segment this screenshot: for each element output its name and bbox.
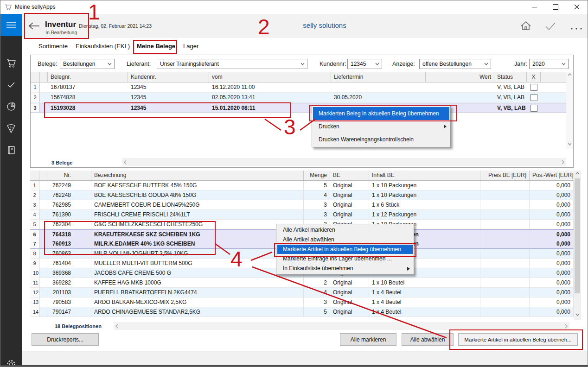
col-menge[interactable]: Menge (304, 171, 330, 181)
home-icon[interactable] (519, 19, 532, 32)
positions-vertical-scrollbar[interactable] (574, 171, 581, 320)
cell-menge: 5 (304, 181, 330, 190)
position-row[interactable]: 13790583ARDO BALKAN-MEXICO-MIX 2,5KG3Ori… (30, 297, 574, 307)
context-menu-item[interactable]: Alle Artikel markieren (276, 225, 414, 235)
cell-preis-be (480, 288, 530, 297)
confirm-check-icon[interactable] (544, 21, 557, 34)
col-nr[interactable]: Nr. (47, 171, 74, 181)
position-row[interactable]: 11369282KAFFEE HAG MKB 1000G2Original1 x… (30, 278, 574, 288)
uebernehmen-button[interactable]: Markierte Artikel in aktuellen Beleg übe… (458, 333, 578, 346)
page-datetime: Dienstag, 02. Februar 2021 14:23 (79, 23, 152, 29)
tab-sortimente[interactable]: Sortimente (38, 43, 68, 50)
minimize-button[interactable] (524, 0, 545, 14)
row-checkbox[interactable] (530, 94, 537, 101)
position-row[interactable]: 12201103PUERELL BRATKARTOFFELN 2KG44744O… (30, 288, 574, 297)
beleg-row[interactable]: 2156748281234502.05.2020 13:4130.05.2020… (31, 93, 567, 103)
belege-count: 3 Belege (51, 160, 72, 165)
row-number: 14 (30, 307, 39, 317)
position-row[interactable]: 1762249BOE KAESESCHE BUTTERK 45% 150G5Or… (30, 181, 574, 190)
alle-markieren-button[interactable]: Alle markieren (340, 333, 396, 346)
spacer (74, 307, 91, 317)
tab-meine-belege[interactable]: Meine Belege (137, 43, 175, 50)
scroll-left-icon[interactable] (115, 322, 119, 330)
col-liefertermin[interactable]: Liefertermin (331, 72, 426, 82)
anzeige-dropdown[interactable]: offene Bestellungen (419, 59, 491, 69)
row-number: 2 (31, 93, 40, 103)
row-number: 3 (30, 200, 39, 210)
position-row[interactable]: 14790147ARDO CHINAGEMUESE STANDAR2,5KG5O… (30, 307, 574, 317)
alle-abwaehlen-button[interactable]: Alle abwählen (402, 333, 454, 346)
col-pos-wert[interactable]: Pos.-Wert [EUR] (530, 171, 574, 181)
pie-chart-icon[interactable] (6, 101, 17, 112)
context-menu-item[interactable]: Drucken (312, 120, 450, 133)
spacer (74, 239, 91, 249)
maximize-button[interactable] (545, 0, 566, 14)
col-be[interactable]: BE (330, 171, 369, 181)
context-menu-item[interactable]: Markierte Artikel in aktuellen Beleg übe… (277, 245, 413, 254)
tab-einkaufslisten-ekl[interactable]: Einkaufslisten (EKL) (76, 43, 130, 50)
cell-preis-be (480, 297, 530, 307)
app-icon (4, 3, 12, 11)
marker (39, 307, 47, 317)
col-wert[interactable]: Wert (426, 72, 494, 82)
kundennr-dropdown[interactable]: 12345 (347, 59, 382, 69)
beleg-row[interactable]: 1167801371234516.12.2020 11:00V, VB, LAB (31, 82, 567, 93)
cell-inhalt-be: 1 x 12 Packungen (369, 210, 480, 220)
position-row[interactable]: 2762248BOE KAESESCHEIB GOUDA 48% 150G4Or… (30, 190, 574, 200)
cell-nr: 369368 (47, 268, 74, 278)
context-menu-item[interactable]: Markierten Beleg in aktuellen Beleg über… (313, 107, 449, 120)
cell-bezeichnung: ARDO BALKAN-MEXICO-MIX 2,5KG (91, 297, 304, 307)
lieferant-dropdown[interactable]: Unser Trainingslieferant (157, 59, 307, 69)
shopping-cart-icon[interactable] (6, 57, 17, 69)
pizza-slice-icon[interactable] (6, 123, 17, 134)
cell-x (527, 82, 541, 93)
positions-horizontal-scrollbar[interactable] (114, 322, 569, 330)
marker (39, 190, 47, 200)
cell-filler (541, 93, 567, 103)
col-kundennr[interactable]: Kundennr. (128, 72, 209, 82)
cell-be: Original (330, 181, 369, 190)
row-checkbox[interactable] (530, 84, 537, 91)
context-menu-item[interactable]: Drucken Wareneingangskontrollschein (312, 133, 450, 146)
book-icon[interactable] (6, 145, 17, 156)
jahr-dropdown[interactable]: 2020 (529, 59, 569, 69)
druckreports-button[interactable]: Druckreports... (32, 333, 99, 346)
col-x[interactable]: X (527, 72, 541, 82)
spacer (74, 181, 91, 190)
close-button[interactable] (566, 0, 588, 14)
tab-lager[interactable]: Lager (183, 43, 198, 50)
col-preis-be[interactable]: Preis BE [EUR] (480, 171, 530, 181)
marker (39, 278, 47, 288)
cell-pos-wert: 0,000 (530, 200, 574, 210)
scroll-right-icon[interactable] (561, 158, 565, 166)
cell-pos-wert: 0,000 (530, 288, 574, 297)
col-inhalt-be[interactable]: Inhalt BE (369, 171, 480, 181)
more-ellipsis-icon[interactable] (570, 24, 583, 37)
checkmark-icon[interactable] (6, 79, 17, 90)
scrollbar-thumb[interactable] (575, 178, 580, 293)
belege-vertical-scrollbar[interactable] (566, 72, 573, 149)
hamburger-menu-icon[interactable] (0, 14, 22, 36)
spacer (74, 200, 91, 210)
back-arrow-icon[interactable] (28, 19, 41, 32)
col-belegnr[interactable]: Belegnr. (48, 72, 128, 82)
cell-nr: 369282 (47, 278, 74, 288)
belege-dropdown[interactable]: Bestellungen (60, 59, 115, 69)
row-checkbox[interactable] (530, 105, 537, 112)
position-row[interactable]: 3762985CAMEMBERT COEUR DE LION45%250G3Or… (30, 200, 574, 210)
marker (39, 230, 47, 239)
cell-belegnr: 16780137 (48, 82, 128, 93)
context-menu-item[interactable]: Alle Artikel abwählen (276, 235, 414, 245)
scroll-right-icon[interactable] (564, 322, 568, 330)
scroll-left-icon[interactable] (123, 158, 127, 166)
context-menu-item[interactable]: In Einkaufsliste übernehmen (276, 264, 414, 273)
col-status[interactable]: Status (494, 72, 527, 82)
cell-nr: 201103 (47, 288, 74, 297)
position-row[interactable]: 4761390FRISCHLI CREME FRISCHLI 24%1LT3Or… (30, 210, 574, 220)
beleg-row[interactable]: 3151930281234515.01.2020 08:11V, VB, LAB (31, 103, 567, 113)
context-menu-item[interactable]: Markierte Einträge ins Lager übernehmen … (276, 254, 414, 264)
cell-bezeichnung: MUELLER MULTI-VIT BUTTERM 500G (91, 259, 304, 268)
col-bezeichnung[interactable]: Bezeichnung (91, 171, 304, 181)
belege-horizontal-scrollbar[interactable] (122, 158, 566, 166)
col-vom[interactable]: vom (209, 72, 331, 82)
